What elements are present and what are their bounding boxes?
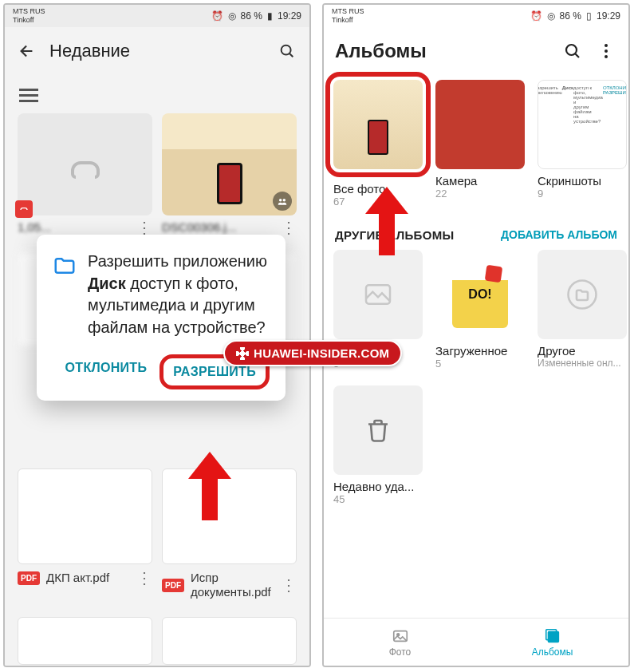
- svg-point-4: [279, 199, 282, 202]
- album-title: Недавно уда...: [333, 475, 423, 493]
- permission-text: Разрешить приложению Диск доступ к фото,…: [88, 251, 270, 338]
- status-bar: MTS RUS Tinkoff ⏰ ◎ 86 % ▯ 19:29: [324, 5, 628, 27]
- watermark: HUAWEI-INSIDER.COM: [223, 340, 402, 366]
- phone-left: MTS RUS Tinkoff ⏰ ◎ 86 % ▮ 19:29 Недавни…: [3, 3, 311, 667]
- more-icon[interactable]: ⋮: [281, 224, 297, 231]
- album-screenshots[interactable]: РазрешитьприложениюДиск доступ кфото,мул…: [538, 80, 627, 208]
- carrier: MTS RUS: [13, 8, 45, 15]
- doc-card[interactable]: PDFДКП акт.pdf⋮: [18, 468, 152, 599]
- svg-point-0: [282, 45, 291, 55]
- svg-rect-2: [19, 94, 38, 97]
- album-subtitle: Измененные онл...: [538, 358, 627, 369]
- file-thumb[interactable]: [18, 113, 152, 215]
- hotspot-icon: ◎: [547, 10, 555, 22]
- watermark-logo-icon: [236, 347, 249, 360]
- file-name: 1,05...: [18, 220, 51, 234]
- album-count: 22: [435, 188, 525, 200]
- watermark-text: HUAWEI-INSIDER.COM: [254, 346, 389, 360]
- search-button[interactable]: [276, 40, 298, 62]
- nav-albums[interactable]: Альбомы: [476, 619, 628, 666]
- hotspot-icon: ◎: [228, 10, 236, 22]
- album-count: 5: [435, 358, 525, 370]
- album-count: 9: [538, 188, 627, 200]
- album-downloads[interactable]: DO! Загруженное 5: [435, 250, 525, 370]
- right-header: Альбомы: [324, 27, 628, 75]
- annotation-arrow-icon: [188, 452, 231, 520]
- carrier: MTS RUS: [332, 8, 364, 15]
- nav-label: Фото: [389, 646, 412, 658]
- svg-point-11: [569, 281, 597, 309]
- phone-right: MTS RUS Tinkoff ⏰ ◎ 86 % ▯ 19:29 Альбомы: [322, 3, 630, 667]
- svg-rect-3: [19, 100, 38, 102]
- svg-point-9: [605, 55, 608, 58]
- bottom-nav: Фото Альбомы: [324, 618, 628, 666]
- doc-name: ДКП акт.pdf: [46, 571, 109, 585]
- battery-icon: ▮: [267, 10, 273, 22]
- svg-point-7: [605, 44, 608, 47]
- folder-icon: [53, 254, 77, 338]
- pdf-icon: PDF: [18, 571, 40, 585]
- right-body: Все фото 67 Камера 22 Разрешитьприложени…: [324, 75, 628, 666]
- album-title: Загруженное: [435, 339, 525, 358]
- album-other[interactable]: Другое Измененные онл...: [538, 250, 627, 370]
- permission-dialog: Разрешить приложению Диск доступ к фото,…: [37, 235, 286, 401]
- add-album-button[interactable]: ДОБАВИТЬ АЛЬБОМ: [501, 228, 617, 242]
- album-count: 45: [333, 493, 423, 505]
- album-trash[interactable]: Недавно уда... 45: [333, 385, 423, 505]
- overflow-button[interactable]: [595, 40, 617, 62]
- shared-badge-icon: [273, 192, 292, 211]
- view-toggle[interactable]: [11, 81, 303, 113]
- pdf-icon: PDF: [162, 579, 184, 592]
- album-title: Камера: [435, 169, 525, 188]
- svg-point-8: [605, 49, 608, 53]
- more-icon[interactable]: ⋮: [136, 224, 152, 231]
- album-camera[interactable]: Камера 22: [435, 80, 525, 208]
- album-highlight: [325, 72, 431, 177]
- more-icon[interactable]: ⋮: [281, 582, 297, 588]
- audio-badge-icon: [15, 200, 33, 218]
- battery-text: 86 %: [241, 10, 262, 22]
- carrier2: Tinkoff: [13, 17, 34, 24]
- nav-photos[interactable]: Фото: [324, 619, 476, 666]
- nav-label: Альбомы: [532, 646, 573, 658]
- battery-icon: ▯: [586, 10, 592, 22]
- annotation-arrow-icon: [365, 187, 408, 255]
- file-name: DSC00306.j...: [162, 220, 236, 234]
- alarm-icon: ⏰: [530, 10, 542, 22]
- clock: 19:29: [597, 10, 620, 22]
- alarm-icon: ⏰: [211, 10, 223, 22]
- carrier2: Tinkoff: [332, 17, 353, 24]
- file-thumb-photo[interactable]: [162, 113, 297, 215]
- clock: 19:29: [278, 10, 301, 22]
- album-title: Другое: [538, 339, 627, 358]
- search-button[interactable]: [561, 40, 584, 62]
- more-icon[interactable]: ⋮: [136, 575, 152, 581]
- left-title: Недавние: [49, 41, 130, 61]
- battery-text: 86 %: [560, 10, 581, 22]
- snack-label: DO!: [468, 287, 491, 302]
- back-button[interactable]: [16, 40, 38, 62]
- albums-title: Альбомы: [335, 40, 427, 62]
- doc-name: Испр документы.pdf: [191, 571, 274, 599]
- svg-rect-1: [19, 89, 38, 91]
- status-bar: MTS RUS Tinkoff ⏰ ◎ 86 % ▮ 19:29: [5, 5, 309, 27]
- svg-point-5: [283, 199, 286, 202]
- deny-button[interactable]: ОТКЛОНИТЬ: [57, 354, 156, 389]
- svg-point-6: [566, 45, 577, 55]
- album-title: Скриншоты: [538, 169, 627, 188]
- left-header: Недавние: [5, 27, 309, 75]
